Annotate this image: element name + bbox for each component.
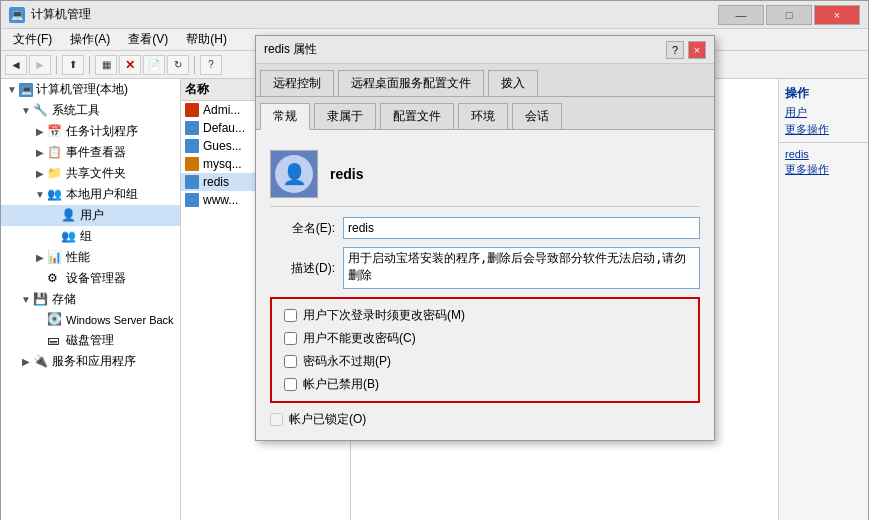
- refresh-button[interactable]: ↻: [167, 55, 189, 75]
- devmgr-icon: ⚙: [47, 271, 63, 287]
- sidebar-item-task[interactable]: ▶ 📅 任务计划程序: [1, 121, 180, 142]
- sidebar: ▼ 💻 计算机管理(本地) ▼ 🔧 系统工具 ▶ 📅 任务计划程序 ▶ 📋 事件…: [1, 79, 181, 520]
- checkbox-cannot-change-pwd[interactable]: [284, 332, 297, 345]
- storage-icon: 💾: [33, 292, 49, 308]
- fullname-label: 全名(E):: [270, 220, 335, 237]
- tab-remote-control[interactable]: 远程控制: [260, 70, 334, 96]
- checkbox-row-locked: 帐户已锁定(O): [270, 411, 700, 428]
- www-icon: [185, 193, 199, 207]
- sidebar-item-shared[interactable]: ▶ 📁 共享文件夹: [1, 163, 180, 184]
- fullname-input[interactable]: [343, 217, 700, 239]
- sidebar-item-services[interactable]: ▶ 🔌 服务和应用程序: [1, 351, 180, 372]
- sidebar-item-tools[interactable]: ▼ 🔧 系统工具: [1, 100, 180, 121]
- redis-icon: [185, 175, 199, 189]
- desc-textarea[interactable]: 用于启动宝塔安装的程序,删除后会导致部分软件无法启动,请勿删除: [343, 247, 700, 289]
- checkbox-row-2: 用户不能更改密码(C): [284, 330, 686, 347]
- diskmgr-icon: 🖴: [47, 333, 63, 349]
- dialog-content: 👤 redis 全名(E): 描述(D): 用于启动宝塔安装的程序,删除后会导致…: [256, 130, 714, 440]
- window-controls: — □ ×: [718, 5, 860, 25]
- close-button[interactable]: ×: [814, 5, 860, 25]
- services-icon: 🔌: [33, 354, 49, 370]
- wsb-icon: 💽: [47, 312, 63, 328]
- default-icon: [185, 121, 199, 135]
- desc-label: 描述(D):: [270, 260, 335, 277]
- tab-profile[interactable]: 配置文件: [380, 103, 454, 129]
- menu-help[interactable]: 帮助(H): [178, 29, 235, 50]
- dialog-title-controls: ? ×: [666, 41, 706, 59]
- sidebar-item-computer[interactable]: ▼ 💻 计算机管理(本地): [1, 79, 180, 100]
- checkbox-label-2: 用户不能更改密码(C): [303, 330, 416, 347]
- sidebar-item-users[interactable]: 👤 用户: [1, 205, 180, 226]
- checkbox-row-1: 用户下次登录时须更改密码(M): [284, 307, 686, 324]
- sidebar-item-groups[interactable]: 👥 组: [1, 226, 180, 247]
- admin-icon: [185, 103, 199, 117]
- ops-link-user[interactable]: 用户: [779, 104, 868, 121]
- tabs-row1: 远程控制 远程桌面服务配置文件 拨入: [256, 64, 714, 97]
- groups-icon: 👥: [61, 229, 77, 245]
- tab-dialin[interactable]: 拨入: [488, 70, 538, 96]
- ops-link-redis[interactable]: redis: [779, 147, 868, 161]
- sidebar-item-diskmgr[interactable]: 🖴 磁盘管理: [1, 330, 180, 351]
- desc-row: 描述(D): 用于启动宝塔安装的程序,删除后会导致部分软件无法启动,请勿删除: [270, 247, 700, 289]
- dialog-title: redis 属性: [264, 41, 666, 58]
- user-avatar-inner: 👤: [275, 155, 313, 193]
- menu-file[interactable]: 文件(F): [5, 29, 60, 50]
- user-header: 👤 redis: [270, 142, 700, 207]
- user-display-name: redis: [330, 166, 363, 182]
- up-button[interactable]: ⬆: [62, 55, 84, 75]
- grid-button[interactable]: ▦: [95, 55, 117, 75]
- back-button[interactable]: ◄: [5, 55, 27, 75]
- ops-separator: [779, 142, 868, 143]
- checkbox-label-3: 密码永不过期(P): [303, 353, 391, 370]
- sidebar-item-storage[interactable]: ▼ 💾 存储: [1, 289, 180, 310]
- checkbox-label-5: 帐户已锁定(O): [289, 411, 366, 428]
- sidebar-item-wsb[interactable]: 💽 Windows Server Back: [1, 310, 180, 330]
- checkbox-row-4: 帐户已禁用(B): [284, 376, 686, 393]
- sidebar-item-perf[interactable]: ▶ 📊 性能: [1, 247, 180, 268]
- tab-session[interactable]: 会话: [512, 103, 562, 129]
- menu-action[interactable]: 操作(A): [62, 29, 118, 50]
- redis-properties-dialog: redis 属性 ? × 远程控制 远程桌面服务配置文件 拨入 常规 隶属于 配…: [255, 35, 715, 441]
- checkbox-account-locked[interactable]: [270, 413, 283, 426]
- tabs-row2: 常规 隶属于 配置文件 环境 会话: [256, 97, 714, 130]
- expander-task: ▶: [33, 125, 47, 139]
- delete-button[interactable]: ✕: [119, 55, 141, 75]
- ops-link-more1[interactable]: 更多操作: [779, 121, 868, 138]
- checkbox-section: 用户下次登录时须更改密码(M) 用户不能更改密码(C) 密码永不过期(P) 帐户…: [270, 297, 700, 403]
- minimize-button[interactable]: —: [718, 5, 764, 25]
- tab-general[interactable]: 常规: [260, 103, 310, 130]
- tab-rdp-config[interactable]: 远程桌面服务配置文件: [338, 70, 484, 96]
- dialog-close-button[interactable]: ×: [688, 41, 706, 59]
- guest-icon: [185, 139, 199, 153]
- perf-icon: 📊: [47, 250, 63, 266]
- event-icon: 📋: [47, 145, 63, 161]
- window-title: 计算机管理: [31, 6, 91, 23]
- checkbox-label-4: 帐户已禁用(B): [303, 376, 379, 393]
- ops-link-more2[interactable]: 更多操作: [779, 161, 868, 178]
- expander-perf: ▶: [33, 251, 47, 265]
- tab-member-of[interactable]: 隶属于: [314, 103, 376, 129]
- fullname-row: 全名(E):: [270, 217, 700, 239]
- checkbox-must-change-pwd[interactable]: [284, 309, 297, 322]
- maximize-button[interactable]: □: [766, 5, 812, 25]
- expander-wsb: [33, 313, 47, 327]
- user-avatar: 👤: [270, 150, 318, 198]
- forward-button[interactable]: ►: [29, 55, 51, 75]
- menu-view[interactable]: 查看(V): [120, 29, 176, 50]
- mysql-icon: [185, 157, 199, 171]
- tab-environment[interactable]: 环境: [458, 103, 508, 129]
- sidebar-item-devmgr[interactable]: ⚙ 设备管理器: [1, 268, 180, 289]
- expander-localusers: ▼: [33, 188, 47, 202]
- dialog-title-bar: redis 属性 ? ×: [256, 36, 714, 64]
- checkbox-pwd-never-expire[interactable]: [284, 355, 297, 368]
- properties-button[interactable]: 📄: [143, 55, 165, 75]
- expander-computer: ▼: [5, 83, 19, 97]
- expander-tools: ▼: [19, 104, 33, 118]
- sidebar-item-localusers[interactable]: ▼ 👥 本地用户和组: [1, 184, 180, 205]
- checkbox-account-disabled[interactable]: [284, 378, 297, 391]
- expander-devmgr: [33, 272, 47, 286]
- help-button[interactable]: ?: [200, 55, 222, 75]
- dialog-help-button[interactable]: ?: [666, 41, 684, 59]
- sidebar-item-event[interactable]: ▶ 📋 事件查看器: [1, 142, 180, 163]
- app-icon: 💻: [9, 7, 25, 23]
